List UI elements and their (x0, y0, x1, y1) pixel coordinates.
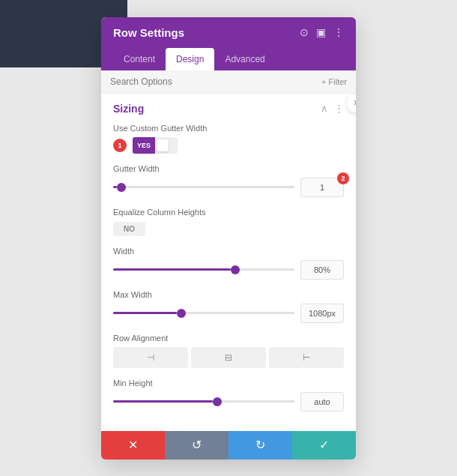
custom-gutter-toggle-row: 1 YES (113, 137, 344, 154)
more-icon[interactable]: ⋮ (333, 26, 344, 38)
yes-no-toggle[interactable]: YES (133, 137, 178, 154)
width-field: Width 80% (113, 247, 344, 280)
tab-content[interactable]: Content (113, 48, 166, 70)
width-value: 80% (300, 260, 344, 280)
section-actions: ∧ ⋮ (321, 103, 344, 114)
settings-content: Sizing ∧ ⋮ Use Custom Gutter Width 1 YES… (101, 94, 356, 431)
panel-footer: ✕ ↺ ↻ ✓ (101, 431, 356, 460)
reset-icon[interactable]: ⊙ (300, 26, 309, 38)
min-height-value: auto (300, 392, 344, 412)
redo-button[interactable]: ↻ (228, 431, 292, 460)
min-height-field: Min Height auto (113, 379, 344, 412)
max-width-track[interactable] (113, 312, 294, 314)
min-height-track[interactable] (113, 400, 294, 403)
min-height-fill (113, 400, 213, 403)
min-height-label: Min Height (113, 379, 344, 388)
max-width-fill (113, 312, 177, 314)
search-input[interactable] (110, 76, 245, 87)
copy-icon[interactable]: ▣ (316, 26, 326, 38)
toggle-thumb (157, 139, 169, 151)
equalize-heights-label: Equalize Column Heights (113, 208, 344, 217)
badge-2: 2 (337, 172, 349, 184)
equalize-heights-field: Equalize Column Heights NO (113, 208, 344, 236)
tab-advanced[interactable]: Advanced (214, 48, 275, 70)
equalize-heights-toggle[interactable]: NO (113, 222, 145, 236)
align-center-button[interactable]: ⊟ (191, 347, 266, 368)
header-icons: ⊙ ▣ ⋮ (300, 26, 344, 38)
gutter-width-field: Gutter Width 1 2 (113, 164, 344, 197)
gutter-width-label: Gutter Width (113, 164, 344, 173)
gutter-width-slider-row: 1 2 (113, 178, 344, 197)
sizing-section-header: Sizing ∧ ⋮ (113, 103, 344, 115)
row-settings-panel: Row Settings ⊙ ▣ ⋮ Content Design Advanc… (101, 17, 356, 460)
filter-button[interactable]: + Filter (321, 77, 347, 86)
align-right-button[interactable]: ⊢ (269, 347, 344, 368)
max-width-slider-row: 1080px (113, 304, 344, 323)
collapse-icon[interactable]: ∧ (321, 103, 328, 114)
tab-design[interactable]: Design (166, 48, 214, 70)
tabs-bar: Content Design Advanced (101, 48, 356, 70)
cancel-button[interactable]: ✕ (101, 431, 165, 460)
undo-button[interactable]: ↺ (165, 431, 228, 460)
max-width-thumb[interactable] (177, 309, 186, 318)
row-alignment-label: Row Alignment (113, 334, 344, 343)
gutter-width-thumb[interactable] (117, 183, 126, 192)
row-alignment-field: Row Alignment ⊣ ⊟ ⊢ (113, 334, 344, 368)
min-height-thumb[interactable] (213, 397, 222, 406)
save-button[interactable]: ✓ (292, 431, 356, 460)
section-more-icon[interactable]: ⋮ (334, 103, 344, 114)
custom-gutter-field: Use Custom Gutter Width 1 YES (113, 124, 344, 154)
max-width-value: 1080px (300, 304, 344, 323)
width-track[interactable] (113, 268, 294, 271)
min-height-slider-row: auto (113, 392, 344, 412)
panel-title: Row Settings (113, 26, 184, 39)
badge-1: 1 (113, 139, 127, 152)
gutter-width-value: 1 2 (300, 178, 344, 197)
toggle-yes: YES (133, 137, 155, 154)
panel-header: Row Settings ⊙ ▣ ⋮ (101, 17, 356, 48)
custom-gutter-label: Use Custom Gutter Width (113, 124, 344, 133)
search-bar: + Filter (101, 70, 356, 94)
align-left-button[interactable]: ⊣ (113, 347, 188, 368)
width-slider-row: 80% (113, 260, 344, 280)
width-thumb[interactable] (231, 265, 240, 274)
gutter-width-track[interactable] (113, 186, 294, 188)
section-title: Sizing (113, 103, 144, 115)
max-width-field: Max Width 1080px (113, 290, 344, 323)
max-width-label: Max Width (113, 290, 344, 299)
alignment-buttons: ⊣ ⊟ ⊢ (113, 347, 344, 368)
width-fill (113, 268, 231, 271)
width-label: Width (113, 247, 344, 256)
